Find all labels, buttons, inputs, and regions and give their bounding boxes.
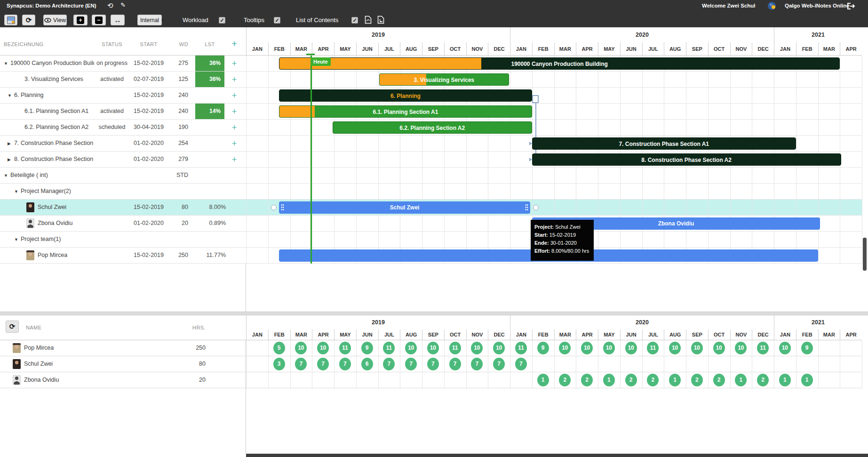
vertical-scrollbar-thumb[interactable] — [863, 238, 867, 271]
undo-icon[interactable]: ⟲ — [107, 1, 113, 10]
task-row[interactable]: 6.1. Planning Section A1activated15-02-2… — [0, 104, 246, 120]
add-subtask-button[interactable]: + — [230, 59, 239, 69]
task-row[interactable]: ▶8. Construction Phase Section01-02-2020… — [0, 152, 246, 168]
resize-circle-right[interactable] — [533, 205, 539, 210]
start-cell: 15-02-2019 — [133, 108, 164, 114]
section-splitter[interactable] — [0, 312, 868, 315]
month-cell: JAN — [774, 329, 796, 340]
task-row[interactable]: ▼Beteiligte ( int)STD — [0, 168, 246, 184]
resource-refresh-button[interactable]: ⟳ — [6, 321, 19, 333]
today-header-tick — [306, 54, 315, 55]
add-subtask-button[interactable]: + — [230, 139, 239, 149]
app-title: Synapcus: Demo Architecture (EN) — [7, 3, 96, 8]
logout-icon[interactable] — [847, 2, 856, 12]
export-image-icon[interactable] — [377, 16, 384, 26]
minus-icon: − — [95, 16, 103, 24]
month-cell: FEB — [532, 42, 554, 56]
gantt-bar[interactable]: 3. Visualizing Services — [379, 73, 509, 86]
task-row[interactable]: ▼190000 Canyon Production Buildion progr… — [0, 56, 246, 72]
add-subtask-button[interactable]: + — [230, 91, 239, 101]
gantt-settings-button[interactable] — [4, 15, 17, 25]
resource-row[interactable]: Schul Zwei80377767777777 — [0, 356, 862, 372]
add-subtask-button[interactable]: + — [230, 155, 239, 165]
drag-handle-left[interactable] — [281, 204, 284, 211]
toolbar: ⟳ View + − ↔ Internal ▼ Workload ✓ Toolt… — [0, 12, 868, 27]
expand-down-icon[interactable]: ▼ — [14, 237, 18, 242]
gantt-bar[interactable]: 190000 Canyon Production Building — [279, 57, 840, 70]
task-row[interactable]: 3. Visualizing Servicesactivated02-07-20… — [0, 72, 246, 88]
month-cell: OCT — [708, 329, 730, 340]
view-button[interactable]: View — [43, 15, 67, 25]
month-cell: APR — [312, 42, 334, 56]
horizontal-scrollbar-thumb[interactable] — [246, 454, 868, 457]
expand-down-icon[interactable]: ▼ — [4, 173, 8, 178]
bar-label: 3. Visualizing Services — [380, 74, 509, 85]
today-line — [311, 56, 312, 264]
task-row[interactable]: ▶7. Construction Phase Section01-02-2020… — [0, 136, 246, 152]
task-row[interactable]: ▼Project team(1) — [0, 232, 246, 248]
gantt-bar[interactable]: Schul Zwei — [279, 201, 530, 214]
drag-handle-right[interactable] — [525, 204, 528, 211]
add-task-button[interactable]: + — [230, 39, 239, 49]
expand-down-icon[interactable]: ▼ — [4, 61, 8, 66]
month-cell: MAR — [554, 329, 576, 340]
column-status: STATUS — [93, 41, 131, 47]
task-label: Project Manager(2) — [21, 188, 71, 194]
expand-right-icon[interactable]: ▶ — [8, 157, 11, 162]
start-cell: 15-02-2019 — [133, 60, 164, 66]
edit-pencil-icon[interactable]: ✎ — [120, 1, 126, 8]
task-row[interactable]: Pop Mircea15-02-201925011.77% — [0, 248, 246, 264]
zoom-out-button[interactable]: − — [92, 15, 106, 25]
wd-cell: 275 — [166, 60, 188, 66]
year-cell: 2021 — [774, 315, 862, 329]
workload-circle: 7 — [339, 358, 351, 370]
task-label: 6. Planning — [14, 92, 44, 98]
zoom-in-button[interactable]: + — [73, 15, 88, 25]
month-cell: JUL — [378, 42, 400, 56]
month-cell: MAR — [554, 42, 576, 56]
scale-select[interactable]: Internal ▼ — [137, 15, 162, 25]
workload-circle: 2 — [581, 374, 593, 386]
month-cell: APR — [576, 42, 598, 56]
fit-width-button[interactable]: ↔ — [111, 15, 125, 25]
task-row[interactable]: Zbona Ovidiu01-02-2020200.89% — [0, 216, 246, 232]
gantt-bar[interactable]: 6.1. Planning Section A1 — [279, 105, 532, 118]
workload-circle: 10 — [559, 342, 571, 354]
workload-circle: 10 — [581, 342, 593, 354]
status-cell: scheduled — [93, 124, 131, 130]
task-row[interactable]: ▼6. Planning15-02-2019240+ — [0, 88, 246, 104]
expand-down-icon[interactable]: ▼ — [14, 189, 18, 194]
resource-hours: 20 — [179, 377, 206, 383]
task-label: 3. Visualizing Services — [24, 76, 83, 82]
start-cell: 15-02-2019 — [133, 92, 164, 98]
gantt-bar[interactable]: 6. Planning — [279, 89, 532, 102]
add-subtask-button[interactable]: + — [230, 107, 239, 117]
refresh-icon: ⟳ — [26, 16, 32, 24]
session-globe-clock-icon[interactable] — [768, 2, 776, 10]
gantt-bar[interactable]: 7. Construction Phase Section A1 — [532, 137, 796, 150]
status-cell: on progress — [93, 60, 131, 66]
gantt-bar[interactable]: 6.2. Planning Section A2 — [333, 121, 532, 134]
expand-down-icon[interactable]: ▼ — [8, 93, 12, 98]
workload-checkbox[interactable]: ✓ — [219, 17, 225, 24]
task-row[interactable]: ▼Project Manager(2) — [0, 184, 246, 200]
resource-row[interactable]: Pop Mircea250510101191110101110101191010… — [0, 340, 862, 356]
add-subtask-button[interactable]: + — [230, 123, 239, 133]
task-row[interactable]: 6.2. Planning Section A2scheduled30-04-2… — [0, 120, 246, 136]
workload-circle: 10 — [295, 342, 307, 354]
grid-line — [862, 56, 862, 264]
expand-right-icon[interactable]: ▶ — [8, 141, 11, 146]
refresh-button[interactable]: ⟳ — [22, 15, 35, 25]
task-row[interactable]: Schul Zwei15-02-2019808.00% — [0, 200, 246, 216]
workload-label: Workload — [183, 16, 208, 24]
toc-checkbox[interactable]: ✓ — [351, 17, 358, 24]
resource-row[interactable]: Zbona Ovidiu201221221221211 — [0, 372, 862, 388]
export-pdf-icon[interactable] — [365, 16, 372, 26]
grid-line — [862, 340, 862, 389]
add-subtask-button[interactable]: + — [230, 75, 239, 85]
grid-line — [246, 183, 862, 184]
month-cell: DEC — [488, 329, 510, 340]
tooltips-checkbox[interactable]: ✓ — [274, 17, 280, 24]
gantt-bar[interactable]: 8. Construction Phase Section A2 — [532, 153, 841, 166]
workload-circle: 10 — [471, 342, 483, 354]
